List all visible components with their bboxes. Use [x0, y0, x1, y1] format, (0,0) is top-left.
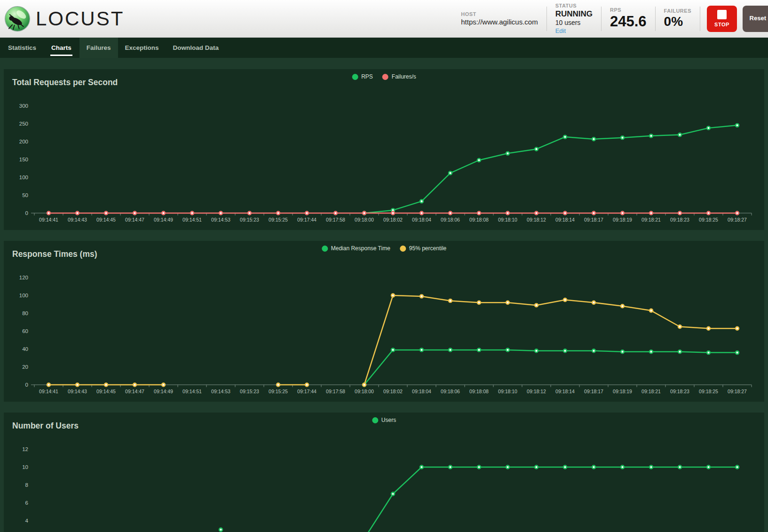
data-point-marker: [592, 349, 595, 352]
tab-label: Charts: [50, 40, 72, 56]
y-axis-tick-label: 6: [25, 500, 28, 506]
data-point-marker: [305, 383, 309, 387]
charts-area: Total Requests per SecondRPSFailures/s05…: [0, 58, 768, 532]
x-axis-tick-label: 09:18:14: [555, 389, 575, 394]
x-axis-tick-label: 09:14:53: [211, 389, 230, 394]
x-axis-tick-label: 09:18:10: [498, 217, 517, 222]
rps-block: RPS 245.6: [602, 7, 655, 30]
data-point-marker: [334, 212, 337, 215]
data-point-marker: [391, 212, 395, 215]
data-point-marker: [535, 212, 538, 215]
data-point-marker: [707, 212, 710, 215]
data-point-marker: [277, 383, 280, 387]
data-point-marker: [104, 212, 108, 215]
logo-text: LOCUST: [36, 8, 124, 30]
data-point-marker: [535, 304, 538, 307]
legend-item[interactable]: 95% percentile: [400, 245, 446, 252]
legend-dot-icon: [352, 74, 358, 80]
data-point-marker: [563, 466, 567, 469]
x-axis-tick-label: 09:14:51: [182, 217, 202, 222]
total-requests-per-second-panel: Total Requests per SecondRPSFailures/s05…: [4, 69, 764, 230]
total-requests-per-second-plot: 05010015020025030009:14:4109:14:4309:14:…: [4, 97, 764, 226]
x-axis-tick-label: 09:18:08: [469, 217, 489, 222]
x-axis-tick-label: 09:18:04: [412, 389, 431, 394]
data-point-marker: [678, 350, 681, 353]
data-point-marker: [736, 212, 739, 215]
x-axis-tick-label: 09:18:02: [383, 389, 403, 394]
data-point-marker: [363, 383, 366, 387]
x-axis-tick-label: 09:14:49: [154, 217, 173, 222]
legend-item[interactable]: Users: [372, 417, 396, 423]
data-point-marker: [707, 127, 710, 130]
tab-download-data[interactable]: Download Data: [166, 38, 226, 58]
failures-label: FAILURES: [664, 8, 691, 14]
data-point-marker: [535, 349, 538, 352]
stop-square-icon: [717, 10, 727, 19]
data-point-marker: [420, 295, 423, 298]
number-of-users-plot: 02468101209:14:4109:14:4309:14:4509:14:4…: [4, 441, 764, 532]
x-axis-tick-label: 09:18:23: [670, 217, 689, 222]
logo[interactable]: LOCUST: [0, 5, 124, 32]
data-point-marker: [449, 466, 452, 469]
number-of-users-panel: Number of UsersUsers02468101209:14:4109:…: [4, 413, 764, 532]
data-point-marker: [133, 383, 136, 387]
failures-block: FAILURES 0%: [656, 8, 700, 29]
tab-failures[interactable]: Failures: [79, 38, 118, 58]
data-point-marker: [420, 349, 423, 352]
x-axis-tick-label: 09:15:25: [269, 217, 288, 222]
tab-charts[interactable]: Charts: [43, 38, 79, 58]
x-axis-tick-label: 09:14:43: [68, 217, 87, 222]
reset-stats-button[interactable]: Reset Stats: [743, 6, 768, 32]
data-point-marker: [449, 171, 452, 175]
data-point-marker: [506, 466, 509, 469]
data-point-marker: [621, 212, 624, 215]
data-point-marker: [190, 212, 194, 215]
edit-link[interactable]: Edit: [555, 27, 566, 34]
legend-item[interactable]: Median Response Time: [322, 245, 390, 252]
legend-item[interactable]: RPS: [352, 73, 373, 80]
stop-button[interactable]: STOP: [707, 6, 737, 32]
response-times-ms-plot: 02040608010012009:14:4109:14:4309:14:450…: [4, 269, 764, 398]
data-point-marker: [477, 349, 481, 352]
y-axis-tick-label: 100: [19, 175, 28, 180]
x-axis-tick-label: 09:15:23: [240, 217, 259, 222]
data-point-marker: [277, 212, 280, 215]
legend-label: Users: [381, 417, 396, 423]
data-point-marker: [449, 212, 452, 215]
legend-item[interactable]: Failures/s: [382, 73, 416, 80]
legend-label: RPS: [361, 73, 373, 80]
host-value: https://www.agilicus.com: [461, 18, 538, 26]
status-state: RUNNING: [555, 9, 593, 19]
legend-label: Median Response Time: [331, 245, 390, 252]
x-axis-tick-label: 09:18:19: [613, 389, 632, 394]
data-point-marker: [76, 383, 79, 387]
data-point-marker: [506, 301, 509, 304]
data-point-marker: [621, 304, 624, 308]
x-axis-tick-label: 09:14:47: [125, 389, 144, 394]
data-point-marker: [592, 137, 595, 141]
tab-statistics[interactable]: Statistics: [1, 38, 43, 58]
legend-label: 95% percentile: [409, 245, 446, 252]
data-point-marker: [563, 212, 567, 215]
data-point-marker: [678, 133, 681, 136]
y-axis-tick-label: 10: [22, 464, 28, 470]
data-point-marker: [736, 327, 739, 330]
status-block: STATUS RUNNING 10 users Edit: [547, 3, 601, 35]
x-axis-tick-label: 09:14:45: [96, 389, 116, 394]
nav-tabs: StatisticsChartsFailuresExceptionsDownlo…: [0, 38, 768, 58]
x-axis-tick-label: 09:18:08: [469, 389, 489, 394]
chart-legend: Users: [372, 417, 396, 423]
tab-label: Exceptions: [125, 44, 159, 51]
tab-exceptions[interactable]: Exceptions: [118, 38, 166, 58]
data-point-marker: [47, 383, 50, 387]
data-point-marker: [678, 325, 681, 328]
x-axis-tick-label: 09:14:47: [125, 217, 144, 222]
data-point-marker: [219, 212, 222, 215]
data-point-marker: [649, 350, 653, 353]
data-point-marker: [535, 466, 538, 469]
x-axis-tick-label: 09:18:02: [383, 217, 403, 222]
data-point-marker: [162, 383, 165, 387]
x-axis-tick-label: 09:18:12: [527, 217, 546, 222]
x-axis-tick-label: 09:18:06: [441, 217, 460, 222]
x-axis-tick-label: 09:18:25: [699, 217, 718, 222]
